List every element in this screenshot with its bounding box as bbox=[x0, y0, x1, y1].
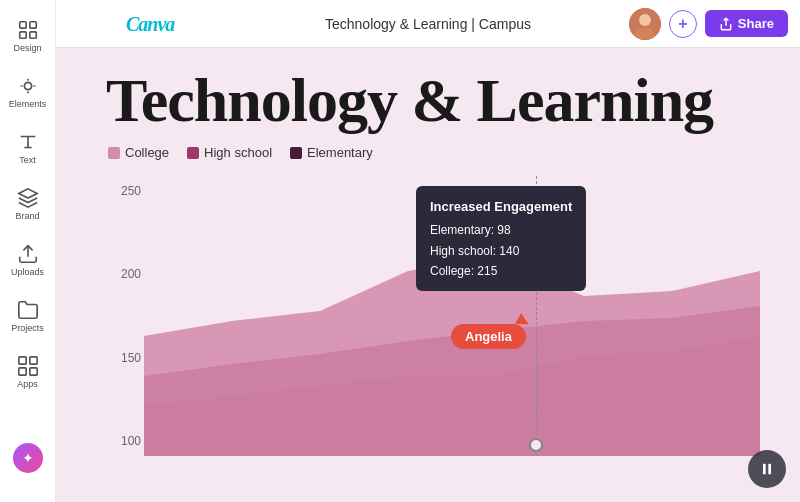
data-cursor-dot bbox=[529, 438, 543, 452]
apps-icon bbox=[17, 355, 39, 377]
svg-rect-7 bbox=[29, 357, 36, 364]
tooltip-line-3: College: 215 bbox=[430, 261, 572, 281]
pause-button[interactable] bbox=[748, 450, 786, 488]
svg-rect-0 bbox=[19, 22, 25, 28]
pause-icon bbox=[759, 461, 775, 477]
tooltip-line-1: Elementary: 98 bbox=[430, 220, 572, 240]
sidebar-design-label: Design bbox=[13, 43, 41, 53]
y-label-100: 100 bbox=[106, 434, 141, 448]
sidebar-item-magic[interactable]: ✦ bbox=[0, 430, 56, 486]
y-label-250: 250 bbox=[106, 184, 141, 198]
projects-icon bbox=[17, 299, 39, 321]
slide-title: Technology & Learning bbox=[106, 68, 760, 133]
svg-point-11 bbox=[639, 14, 651, 26]
chart: 250 200 150 100 Increased Engagement Ele bbox=[106, 176, 760, 456]
sidebar-elements-label: Elements bbox=[9, 99, 47, 109]
avatar bbox=[629, 8, 661, 40]
svg-rect-18 bbox=[768, 464, 771, 475]
sidebar-brand-label: Brand bbox=[15, 211, 39, 221]
sidebar-uploads-label: Uploads bbox=[11, 267, 44, 277]
slide: Technology & Learning College High schoo… bbox=[56, 48, 800, 502]
topbar: Canva Technology & Learning | Campus + S… bbox=[56, 0, 800, 48]
sidebar-apps-label: Apps bbox=[17, 379, 38, 389]
canva-logo: Canva bbox=[126, 12, 174, 35]
legend-highschool: High school bbox=[187, 145, 272, 160]
svg-rect-3 bbox=[29, 32, 35, 38]
sidebar-item-brand[interactable]: Brand bbox=[0, 176, 56, 232]
sidebar-item-apps[interactable]: Apps bbox=[0, 344, 56, 400]
cursor-user-label: Angelia bbox=[451, 324, 526, 349]
y-axis: 250 200 150 100 bbox=[106, 176, 141, 456]
legend-college: College bbox=[108, 145, 169, 160]
sidebar-item-text[interactable]: Text bbox=[0, 120, 56, 176]
add-collaborator-button[interactable]: + bbox=[669, 10, 697, 38]
legend-elementary: Elementary bbox=[290, 145, 373, 160]
legend-highschool-dot bbox=[187, 147, 199, 159]
legend-highschool-label: High school bbox=[204, 145, 272, 160]
canvas-area: Technology & Learning College High schoo… bbox=[56, 48, 800, 502]
svg-rect-6 bbox=[18, 357, 25, 364]
sidebar-item-design[interactable]: Design bbox=[0, 8, 56, 64]
share-icon bbox=[719, 17, 733, 31]
brand-icon bbox=[17, 187, 39, 209]
data-tooltip: Increased Engagement Elementary: 98 High… bbox=[416, 186, 586, 291]
elements-icon bbox=[17, 75, 39, 97]
magic-icon: ✦ bbox=[13, 443, 43, 473]
sidebar-item-uploads[interactable]: Uploads bbox=[0, 232, 56, 288]
legend-college-dot bbox=[108, 147, 120, 159]
legend-elementary-label: Elementary bbox=[307, 145, 373, 160]
svg-rect-2 bbox=[19, 32, 25, 38]
topbar-actions: + Share bbox=[629, 8, 788, 40]
share-button[interactable]: Share bbox=[705, 10, 788, 37]
tooltip-title: Increased Engagement bbox=[430, 196, 572, 218]
svg-rect-9 bbox=[29, 368, 36, 375]
svg-rect-1 bbox=[29, 22, 35, 28]
legend-college-label: College bbox=[125, 145, 169, 160]
text-icon bbox=[17, 131, 39, 153]
legend-elementary-dot bbox=[290, 147, 302, 159]
svg-rect-17 bbox=[763, 464, 766, 475]
svg-point-4 bbox=[24, 82, 31, 89]
uploads-icon bbox=[17, 243, 39, 265]
svg-rect-8 bbox=[18, 368, 25, 375]
sidebar-item-elements[interactable]: Elements bbox=[0, 64, 56, 120]
sidebar-text-label: Text bbox=[19, 155, 36, 165]
tooltip-line-2: High school: 140 bbox=[430, 241, 572, 261]
sidebar: Design Elements Text Brand Uploads Proje… bbox=[0, 0, 56, 502]
y-label-200: 200 bbox=[106, 267, 141, 281]
sidebar-item-projects[interactable]: Projects bbox=[0, 288, 56, 344]
design-icon bbox=[17, 19, 39, 41]
topbar-title: Technology & Learning | Campus bbox=[325, 16, 531, 32]
y-label-150: 150 bbox=[106, 351, 141, 365]
chart-legend: College High school Elementary bbox=[108, 145, 760, 160]
sidebar-projects-label: Projects bbox=[11, 323, 44, 333]
